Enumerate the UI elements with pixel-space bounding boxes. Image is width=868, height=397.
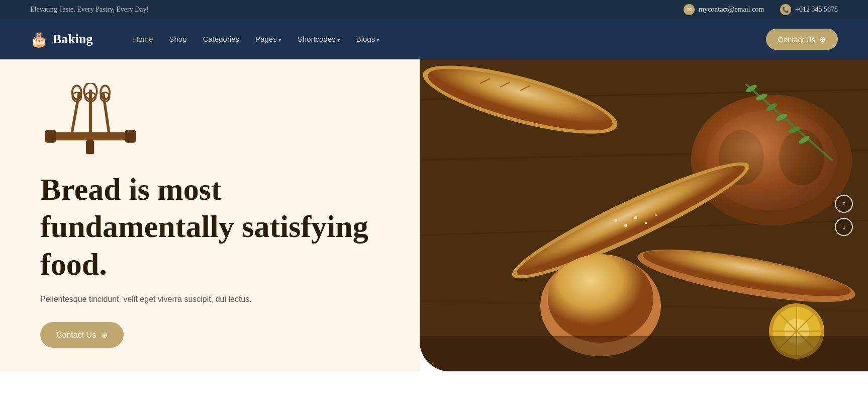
nav-links: Home Shop Categories Pages Shortcodes Bl… bbox=[133, 35, 766, 44]
phone-icon: 📞 bbox=[780, 4, 791, 15]
scroll-down-icon: ↓ bbox=[842, 222, 846, 231]
logo[interactable]: 🎂 Baking bbox=[30, 31, 93, 48]
logo-text: Baking bbox=[53, 32, 93, 47]
baking-tools-icon bbox=[40, 83, 379, 161]
logo-icon: 🎂 bbox=[30, 31, 48, 48]
top-bar: Elevating Taste, Every Pastry, Every Day… bbox=[0, 0, 868, 19]
nav-item-categories[interactable]: Categories bbox=[203, 35, 240, 44]
svg-point-52 bbox=[634, 216, 637, 219]
svg-point-54 bbox=[624, 224, 627, 227]
svg-point-56 bbox=[615, 219, 617, 222]
hero-subtitle: Pellentesque tincidunt, velit eget viver… bbox=[40, 295, 379, 304]
svg-point-22 bbox=[691, 95, 852, 225]
svg-point-55 bbox=[655, 214, 657, 216]
hero-contact-icon: ⊕ bbox=[101, 330, 108, 340]
nav-item-shop[interactable]: Shop bbox=[169, 35, 187, 44]
nav-link-shortcodes[interactable]: Shortcodes bbox=[298, 35, 340, 43]
svg-rect-2 bbox=[125, 130, 136, 142]
hero-contact-button[interactable]: Contact Us ⊕ bbox=[40, 322, 124, 348]
nav-item-home[interactable]: Home bbox=[133, 35, 153, 44]
nav-link-categories[interactable]: Categories bbox=[203, 35, 240, 43]
nav-item-shortcodes[interactable]: Shortcodes bbox=[298, 35, 340, 44]
hero-title: Bread is most fundamentally satisfying f… bbox=[40, 171, 379, 283]
svg-point-31 bbox=[548, 254, 653, 343]
phone-number: +012 345 5678 bbox=[795, 6, 838, 14]
svg-point-53 bbox=[645, 222, 647, 224]
nav-link-pages[interactable]: Pages bbox=[255, 35, 281, 43]
scroll-down-button[interactable]: ↓ bbox=[835, 218, 853, 236]
nav-link-shop[interactable]: Shop bbox=[169, 35, 187, 43]
navbar-contact-button[interactable]: Contact Us ⊕ bbox=[766, 29, 838, 50]
nav-item-blogs[interactable]: Blogs bbox=[356, 35, 380, 44]
scroll-up-icon: ↑ bbox=[842, 199, 846, 208]
nav-link-home[interactable]: Home bbox=[133, 35, 153, 43]
svg-rect-1 bbox=[45, 130, 56, 142]
hero-left: Bread is most fundamentally satisfying f… bbox=[0, 59, 420, 371]
email-contact: ✉ mycontact@email.com bbox=[684, 4, 764, 15]
contact-info: ✉ mycontact@email.com 📞 +012 345 5678 bbox=[684, 4, 838, 15]
hero-right: ↑ ↓ bbox=[420, 59, 868, 371]
navbar-contact-icon: ⊕ bbox=[819, 35, 826, 44]
scroll-arrows: ↑ ↓ bbox=[835, 195, 853, 236]
hero-section: Bread is most fundamentally satisfying f… bbox=[0, 59, 868, 371]
phone-contact: 📞 +012 345 5678 bbox=[780, 4, 838, 15]
email-address: mycontact@email.com bbox=[699, 6, 764, 14]
svg-rect-57 bbox=[420, 336, 868, 371]
nav-link-blogs[interactable]: Blogs bbox=[356, 35, 380, 43]
hero-contact-label: Contact Us bbox=[56, 331, 96, 340]
navbar-contact-label: Contact Us bbox=[778, 35, 815, 44]
tagline: Elevating Taste, Every Pastry, Every Day… bbox=[30, 6, 149, 14]
svg-rect-12 bbox=[86, 140, 94, 154]
hero-image bbox=[420, 59, 868, 371]
scroll-up-button[interactable]: ↑ bbox=[835, 195, 853, 213]
svg-rect-0 bbox=[49, 132, 127, 140]
navbar: 🎂 Baking Home Shop Categories Pages Shor… bbox=[0, 19, 868, 59]
email-icon: ✉ bbox=[684, 4, 695, 15]
nav-item-pages[interactable]: Pages bbox=[255, 35, 281, 44]
